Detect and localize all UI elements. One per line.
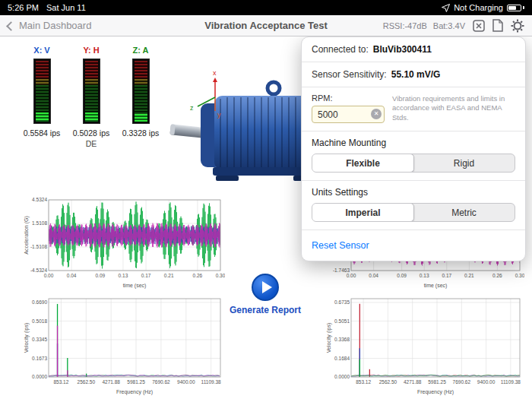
mounting-option-flexible[interactable]: Flexible <box>312 154 414 173</box>
svg-text:0.00: 0.00 <box>347 273 356 278</box>
svg-text:5981.25: 5981.25 <box>127 379 145 385</box>
meter-y-note: DE <box>86 139 97 149</box>
svg-text:11109.38: 11109.38 <box>201 379 222 385</box>
units-option-imperial[interactable]: Imperial <box>312 203 414 222</box>
svg-text:time (sec): time (sec) <box>123 283 147 289</box>
svg-text:x: x <box>213 69 217 77</box>
svg-text:Velocity (ips): Velocity (ips) <box>24 323 30 353</box>
gear-icon[interactable] <box>511 19 524 33</box>
svg-text:z: z <box>190 104 194 112</box>
svg-text:853.12: 853.12 <box>53 379 68 385</box>
nav-bar: Main Dashboard Vibration Acceptance Test… <box>0 15 532 36</box>
svg-text:0.04: 0.04 <box>369 273 378 278</box>
status-time: 5:26 PM <box>8 3 39 12</box>
svg-text:y: y <box>217 111 221 119</box>
back-button[interactable]: Main Dashboard <box>0 20 91 31</box>
svg-text:0.0000: 0.0000 <box>32 374 47 379</box>
chevron-left-icon <box>6 21 16 31</box>
svg-text:11109.38: 11109.38 <box>501 379 521 385</box>
connected-label: Connected to: <box>312 44 369 55</box>
sensor-telemetry: RSSI:-47dB Bat:3.4V <box>383 21 465 30</box>
mounting-option-rigid[interactable]: Rigid <box>413 154 515 172</box>
svg-text:4271.88: 4271.88 <box>102 379 120 385</box>
settings-popover: Connected to: BluVib300411 Sensor Sensit… <box>301 36 526 261</box>
sensitivity-value: 55.10 mV/G <box>391 69 441 80</box>
svg-text:0.0000: 0.0000 <box>334 374 350 379</box>
rpm-section: RPM: ✕ Vibration requirements and limits… <box>302 87 525 131</box>
svg-text:0.1684: 0.1684 <box>334 356 350 361</box>
svg-text:0.30: 0.30 <box>216 273 225 278</box>
rpm-input-wrap: ✕ <box>312 106 385 123</box>
svg-text:0.17: 0.17 <box>442 273 451 278</box>
sensor-battery-value: Bat:3.4V <box>433 21 465 30</box>
document-icon[interactable] <box>492 19 503 32</box>
svg-text:0.1673: 0.1673 <box>32 356 47 361</box>
svg-text:9400.00: 9400.00 <box>177 379 195 385</box>
battery-icon <box>507 5 521 11</box>
sensitivity-label: Sensor Sensitivity: <box>312 69 387 80</box>
meter-y-label: Y: H <box>83 46 99 55</box>
svg-text:7690.62: 7690.62 <box>152 379 170 385</box>
sensitivity-row: Sensor Sensitivity: 55.10 mV/G <box>302 62 525 87</box>
status-date: Sat Jun 11 <box>46 3 86 12</box>
rssi-value: RSSI:-47dB <box>383 21 427 30</box>
meter-y-value: 0.5028 ips <box>73 128 109 138</box>
svg-text:853.12: 853.12 <box>356 379 371 385</box>
svg-text:4.5324: 4.5324 <box>32 197 47 202</box>
back-label: Main Dashboard <box>19 20 91 31</box>
svg-text:0.3345: 0.3345 <box>32 337 47 342</box>
svg-text:0.04: 0.04 <box>67 273 77 278</box>
meter-x-bar <box>33 59 51 124</box>
svg-text:7690.62: 7690.62 <box>453 379 471 385</box>
mounting-label: Machine Mounting <box>312 138 515 148</box>
units-option-metric[interactable]: Metric <box>413 204 515 221</box>
clear-input-icon[interactable]: ✕ <box>371 109 382 119</box>
generate-report: Generate Report <box>227 274 303 315</box>
svg-text:Frequency (Hz): Frequency (Hz) <box>116 389 153 395</box>
svg-text:0.00: 0.00 <box>44 273 54 278</box>
x-square-icon[interactable] <box>473 20 485 32</box>
svg-text:0.3368: 0.3368 <box>334 337 350 342</box>
svg-text:0.13: 0.13 <box>119 273 128 278</box>
svg-text:0.21: 0.21 <box>164 273 174 278</box>
svg-text:-1.5108: -1.5108 <box>30 244 47 249</box>
meter-z-label: Z: A <box>133 46 149 55</box>
meter-x-value: 0.5584 ips <box>24 128 60 138</box>
play-button[interactable] <box>252 274 279 301</box>
connected-device-name: BluVib300411 <box>373 44 432 55</box>
acceleration-waveform-chart-left: 0.000.040.090.130.170.210.260.304.53241.… <box>23 196 225 290</box>
units-label: Units Settings <box>312 187 515 198</box>
svg-text:-1.7463: -1.7463 <box>333 268 350 273</box>
units-section: Units Settings Imperial Metric <box>302 181 525 230</box>
svg-text:2562.50: 2562.50 <box>78 379 96 385</box>
svg-text:0.26: 0.26 <box>492 273 502 278</box>
svg-text:time (sec): time (sec) <box>424 283 448 289</box>
svg-text:2562.50: 2562.50 <box>379 379 397 385</box>
generate-report-label[interactable]: Generate Report <box>227 305 303 315</box>
location-arrow-icon <box>442 4 450 12</box>
meter-y-bar <box>83 59 100 124</box>
mounting-section: Machine Mounting Flexible Rigid <box>302 131 525 181</box>
play-icon <box>262 281 272 293</box>
svg-text:0.26: 0.26 <box>193 273 203 278</box>
svg-text:0.6690: 0.6690 <box>32 299 47 305</box>
reset-sensor-link[interactable]: Reset Sensor <box>312 240 369 251</box>
units-segmented-control: Imperial Metric <box>312 203 515 222</box>
svg-text:0.09: 0.09 <box>397 273 407 278</box>
svg-text:0.09: 0.09 <box>95 273 105 278</box>
svg-text:5981.25: 5981.25 <box>428 379 446 385</box>
svg-text:Velocity (ips): Velocity (ips) <box>326 323 332 353</box>
svg-text:0.5051: 0.5051 <box>334 318 350 324</box>
svg-text:Frequency (Hz): Frequency (Hz) <box>417 389 454 395</box>
axis-meters: X: V 0.5584 ips Y: H 0.5028 ips DE Z: A … <box>25 46 157 149</box>
status-bar: 5:26 PM Sat Jun 11 Not Charging <box>0 0 532 15</box>
meter-z: Z: A 0.3328 ips <box>124 46 157 149</box>
app-root: 5:26 PM Sat Jun 11 Not Charging Main Das… <box>0 0 532 399</box>
svg-text:0.17: 0.17 <box>141 273 151 278</box>
svg-text:Acceleration (G): Acceleration (G) <box>24 216 30 255</box>
rpm-hint-text: Vibration requirements and limits in acc… <box>392 94 515 122</box>
svg-text:0.5018: 0.5018 <box>32 318 47 324</box>
connected-row: Connected to: BluVib300411 <box>302 37 525 62</box>
svg-text:0.21: 0.21 <box>464 273 474 278</box>
meter-z-bar <box>132 59 150 124</box>
